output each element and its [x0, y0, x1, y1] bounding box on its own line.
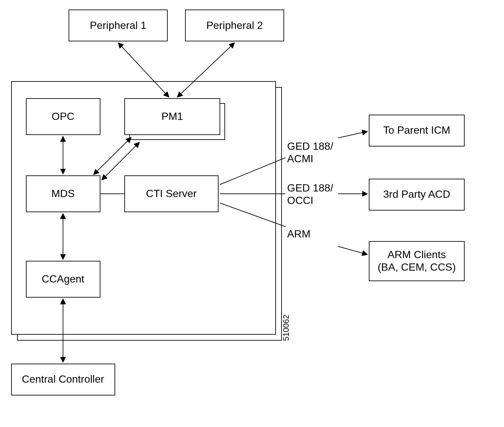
edge-cti-arm-b [338, 246, 368, 255]
figure-id: 510062 [282, 315, 290, 341]
label-ged-occi-l2: OCCI [287, 194, 313, 206]
label-pm1: PM1 [161, 110, 183, 122]
label-arm-clients-l2: (BA, CEM, CCS) [378, 261, 456, 273]
label-ged-acmi-l2: ACMI [287, 153, 313, 165]
label-cti: CTI Server [146, 188, 197, 199]
label-ccagent: CCAgent [42, 273, 84, 285]
label-parent-icm: To Parent ICM [383, 124, 451, 136]
label-peripheral-1: Peripheral 1 [90, 19, 147, 31]
label-mds: MDS [51, 188, 74, 199]
label-opc: OPC [52, 110, 74, 122]
label-peripheral-2: Peripheral 2 [206, 19, 263, 31]
label-third-party: 3rd Party ACD [383, 188, 451, 200]
label-central: Central Controller [22, 373, 104, 385]
label-ged-acmi-l1: GED 188/ [287, 140, 333, 152]
label-ged-occi-l1: GED 188/ [287, 182, 333, 194]
label-arm-clients-l1: ARM Clients [388, 249, 446, 260]
diagram-canvas: Peripheral 1 Peripheral 2 OPC PM1 MDS CT… [0, 0, 504, 427]
label-arm: ARM [287, 228, 310, 240]
edge-cti-parent-b [338, 131, 368, 138]
